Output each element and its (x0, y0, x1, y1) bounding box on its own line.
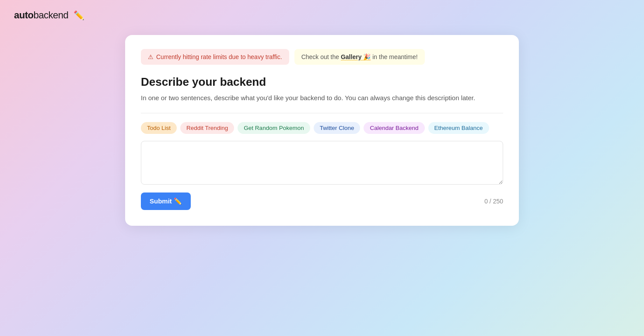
rate-limit-text: Currently hitting rate limits due to hea… (156, 53, 282, 60)
submit-button[interactable]: Submit ✏️ (141, 192, 191, 210)
section-title: Describe your backend (141, 75, 503, 89)
rate-limit-alert: ⚠ Currently hitting rate limits due to h… (141, 49, 289, 65)
pill-todo[interactable]: Todo List (141, 122, 177, 134)
pill-reddit[interactable]: Reddit Trending (180, 122, 234, 134)
description-textarea[interactable] (141, 141, 503, 185)
pill-calendar[interactable]: Calendar Backend (364, 122, 424, 134)
main-container: ⚠ Currently hitting rate limits due to h… (0, 31, 644, 226)
warning-icon: ⚠ (148, 53, 154, 60)
char-count: 0 / 250 (484, 198, 503, 205)
footer-row: Submit ✏️ 0 / 250 (141, 192, 503, 210)
logo-pencil-icon: ✏️ (74, 10, 84, 20)
header: autobackend ✏️ (0, 0, 98, 31)
pill-twitter[interactable]: Twitter Clone (314, 122, 360, 134)
gallery-suffix: in the meantime! (372, 53, 418, 60)
divider (141, 113, 503, 113)
gallery-alert: Check out the Gallery 🎉 in the meantime! (294, 49, 425, 65)
gallery-link[interactable]: Gallery 🎉 (341, 53, 371, 60)
pill-ethereum[interactable]: Ethereum Balance (428, 122, 489, 134)
logo-backend: backend (33, 10, 68, 21)
logo-auto: auto (14, 10, 33, 21)
pill-pokemon[interactable]: Get Random Pokemon (238, 122, 310, 134)
alert-row: ⚠ Currently hitting rate limits due to h… (141, 49, 503, 65)
card: ⚠ Currently hitting rate limits due to h… (125, 35, 519, 226)
section-subtitle: In one or two sentences, describe what y… (141, 93, 503, 103)
gallery-prefix: Check out the (301, 53, 339, 60)
logo: autobackend ✏️ (14, 10, 84, 21)
suggestion-pills: Todo List Reddit Trending Get Random Pok… (141, 122, 503, 134)
